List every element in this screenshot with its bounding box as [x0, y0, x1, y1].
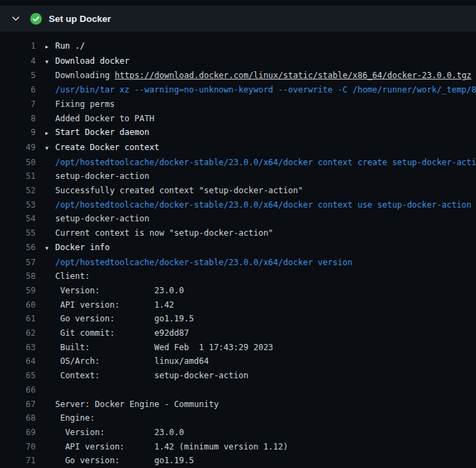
line-text: Git commit: e92dd87 — [45, 326, 476, 341]
line-text: Successfully created context "setup-dock… — [45, 184, 476, 198]
line-text: /opt/hostedtoolcache/docker-stable/23.0.… — [45, 198, 476, 212]
line-number[interactable]: 58 — [0, 269, 36, 284]
line-text: OS/Arch: linux/amd64 — [45, 354, 476, 369]
log-row[interactable]: 56▾ Docker info — [0, 241, 476, 256]
log-row: 8 Added Docker to PATH — [0, 112, 476, 126]
log-row: 60 API version: 1.42 — [0, 298, 476, 312]
line-text: /usr/bin/tar xz --warning=no-unknown-key… — [45, 83, 476, 97]
line-number[interactable]: 68 — [0, 411, 36, 426]
line-text: Added Docker to PATH — [45, 112, 476, 126]
line-number[interactable]: 66 — [0, 383, 36, 397]
line-number[interactable]: 60 — [0, 298, 36, 312]
line-number[interactable]: 7 — [0, 97, 36, 112]
line-text: setup-docker-action — [45, 169, 476, 184]
line-number[interactable]: 65 — [0, 369, 36, 383]
log-row: 55 Current context is now "setup-docker-… — [0, 226, 476, 241]
log-row: 53 /opt/hostedtoolcache/docker-stable/23… — [0, 198, 476, 212]
line-number[interactable]: 49 — [0, 140, 36, 156]
line-number[interactable]: 59 — [0, 284, 36, 298]
triangle-right-icon[interactable]: ▸ — [45, 40, 50, 54]
line-text: Version: 23.0.0 — [45, 426, 476, 440]
log-row[interactable]: 49▾ Create Docker context — [0, 140, 476, 156]
line-text: /opt/hostedtoolcache/docker-stable/23.0.… — [45, 256, 476, 270]
log-row: 66 — [0, 383, 476, 397]
line-text: /opt/hostedtoolcache/docker-stable/23.0.… — [45, 156, 476, 170]
line-number[interactable]: 67 — [0, 397, 36, 412]
log-row: 7 Fixing perms — [0, 97, 476, 112]
triangle-down-icon[interactable]: ▾ — [45, 241, 50, 256]
line-number[interactable]: 54 — [0, 212, 36, 226]
line-text: ▸ Start Docker daemon — [45, 125, 476, 140]
line-number[interactable]: 9 — [0, 125, 36, 140]
line-text: Built: Wed Feb 1 17:43:29 2023 — [45, 341, 476, 355]
line-text: Server: Docker Engine - Community — [45, 397, 476, 412]
line-number[interactable]: 51 — [0, 169, 36, 184]
line-text: API version: 1.42 — [45, 298, 476, 312]
log-row: 63 Built: Wed Feb 1 17:43:29 2023 — [0, 341, 476, 355]
line-number[interactable]: 71 — [0, 454, 36, 468]
line-number[interactable]: 4 — [0, 54, 36, 69]
log-row: 69 Version: 23.0.0 — [0, 426, 476, 440]
line-number[interactable]: 50 — [0, 156, 36, 170]
line-number[interactable]: 64 — [0, 354, 36, 369]
line-text: ▸ Run ./ — [45, 39, 476, 54]
line-text: Context: setup-docker-action — [45, 369, 476, 383]
log-row: 71 Go version: go1.19.5 — [0, 454, 476, 468]
line-number[interactable]: 1 — [0, 39, 36, 54]
log-row: 50 /opt/hostedtoolcache/docker-stable/23… — [0, 156, 476, 170]
line-number[interactable]: 62 — [0, 326, 36, 341]
line-number[interactable]: 69 — [0, 426, 36, 440]
line-text: ▾ Docker info — [45, 241, 476, 256]
log-row[interactable]: 1▸ Run ./ — [0, 39, 476, 54]
line-number[interactable]: 55 — [0, 226, 36, 241]
log-row: 61 Go version: go1.19.5 — [0, 312, 476, 326]
log-row: 62 Git commit: e92dd87 — [0, 326, 476, 341]
check-circle-icon — [30, 13, 42, 25]
line-number[interactable]: 5 — [0, 69, 36, 83]
line-text: API version: 1.42 (minimum version 1.12) — [45, 440, 476, 454]
line-number[interactable]: 63 — [0, 341, 36, 355]
log-url-link[interactable]: https://download.docker.com/linux/static… — [115, 71, 471, 80]
step-title: Set up Docker — [49, 14, 111, 24]
triangle-down-icon[interactable]: ▾ — [45, 141, 50, 156]
log-row: 59 Version: 23.0.0 — [0, 284, 476, 298]
log-row: 5 Downloading https://download.docker.co… — [0, 69, 476, 83]
line-text: ▾ Download docker — [45, 54, 476, 69]
line-number[interactable]: 8 — [0, 112, 36, 126]
line-text: setup-docker-action — [45, 212, 476, 226]
line-text: Go version: go1.19.5 — [45, 454, 476, 468]
log-row: 70 API version: 1.42 (minimum version 1.… — [0, 440, 476, 454]
line-number[interactable]: 53 — [0, 198, 36, 212]
line-number[interactable]: 56 — [0, 241, 36, 256]
line-number[interactable]: 61 — [0, 312, 36, 326]
log-row: 57 /opt/hostedtoolcache/docker-stable/23… — [0, 256, 476, 270]
log-row: 6 /usr/bin/tar xz --warning=no-unknown-k… — [0, 83, 476, 97]
line-number[interactable]: 52 — [0, 184, 36, 198]
actions-log-viewer: Set up Docker 1▸ Run ./4▾ Download docke… — [0, 0, 476, 468]
log-row: 65 Context: setup-docker-action — [0, 369, 476, 383]
line-text: Client: — [45, 269, 476, 284]
log-row: 52 Successfully created context "setup-d… — [0, 184, 476, 198]
log-row: 51 setup-docker-action — [0, 169, 476, 184]
log-lines: 1▸ Run ./4▾ Download docker5 Downloading… — [0, 32, 476, 468]
line-text — [45, 383, 476, 397]
line-text: Current context is now "setup-docker-act… — [45, 226, 476, 241]
line-text: Downloading https://download.docker.com/… — [45, 69, 476, 83]
step-header[interactable]: Set up Docker — [0, 5, 476, 32]
line-number[interactable]: 70 — [0, 440, 36, 454]
log-row[interactable]: 9▸ Start Docker daemon — [0, 125, 476, 140]
log-row: 68 Engine: — [0, 411, 476, 426]
line-number[interactable]: 57 — [0, 256, 36, 270]
line-text: Fixing perms — [45, 97, 476, 112]
line-text: Version: 23.0.0 — [45, 284, 476, 298]
triangle-down-icon[interactable]: ▾ — [45, 55, 50, 69]
line-text: Go version: go1.19.5 — [45, 312, 476, 326]
log-row[interactable]: 4▾ Download docker — [0, 54, 476, 69]
triangle-right-icon[interactable]: ▸ — [45, 126, 50, 140]
line-number[interactable]: 6 — [0, 83, 36, 97]
log-row: 67 Server: Docker Engine - Community — [0, 397, 476, 412]
line-text: Engine: — [45, 411, 476, 426]
chevron-down-icon[interactable] — [11, 14, 21, 23]
log-row: 58 Client: — [0, 269, 476, 284]
log-row: 54 setup-docker-action — [0, 212, 476, 226]
